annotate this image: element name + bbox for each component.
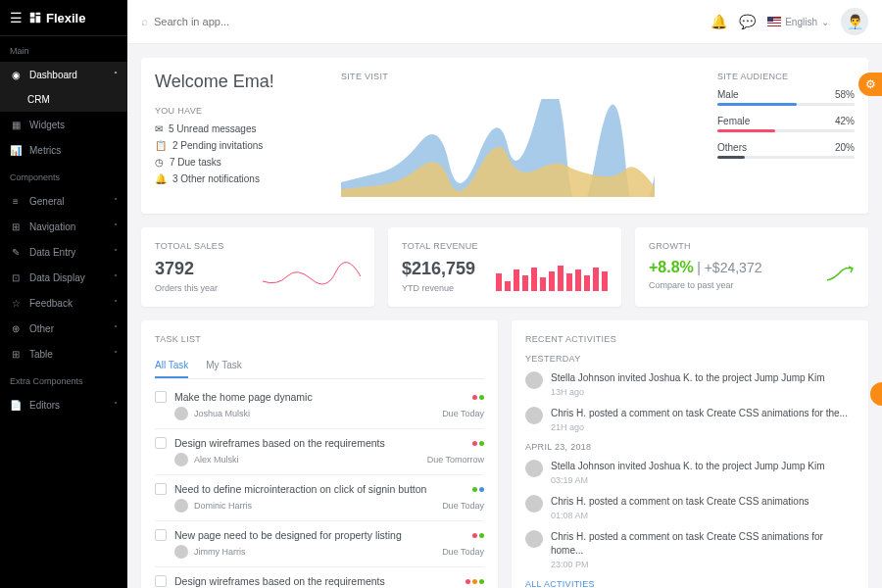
- nav-item-data-display[interactable]: ⊡Data Display˅: [0, 265, 127, 290]
- nav-item-general[interactable]: ≡General˅: [0, 188, 127, 214]
- chevron-down-icon: ⌄: [821, 17, 829, 27]
- activities-title: RECENT ACTIVITIES: [525, 334, 855, 344]
- menu-toggle-icon[interactable]: ☰: [10, 10, 23, 25]
- kpi-revenue-sub: YTD revenue: [402, 283, 475, 293]
- nav-item-editors[interactable]: 📄Editors˅: [0, 392, 127, 417]
- mail-icon: ✉: [155, 123, 163, 134]
- site-visit-chart: [341, 99, 655, 197]
- task-tags: [466, 579, 484, 584]
- activity-text: Stella Johnson invited Joshua K. to the …: [551, 371, 825, 385]
- kpi-revenue: TOTAL REVENUE $216,759 YTD revenue: [388, 227, 621, 307]
- activity-avatar: [525, 371, 543, 389]
- nav-label: Widgets: [29, 120, 65, 130]
- stat-line: 📋2 Pending invitations: [155, 140, 321, 151]
- nav-item-navigation[interactable]: ⊞Navigation˅: [0, 214, 127, 239]
- chat-icon[interactable]: 💬: [739, 14, 756, 29]
- logo[interactable]: Flexile: [28, 11, 85, 25]
- nav-item-dashboard[interactable]: ◉Dashboard˄: [0, 62, 127, 87]
- kpi-sales-label: TOTOAL SALES: [155, 241, 361, 251]
- task-user: Joshua Mulski: [194, 409, 436, 418]
- content: Welcome Ema! YOU HAVE ✉5 Unread messages…: [127, 44, 882, 588]
- activity-avatar: [525, 407, 543, 424]
- bell-icon: 🔔: [155, 173, 167, 184]
- nav-item-feedback[interactable]: ☆Feedback˅: [0, 290, 127, 316]
- audience-label: Others: [717, 142, 747, 153]
- nav-label: Navigation: [29, 221, 75, 232]
- activity-time: 03:19 AM: [551, 475, 825, 485]
- nav-item-widgets[interactable]: ▦Widgets: [0, 112, 127, 137]
- task-user: Dominic Harris: [194, 501, 436, 511]
- activity-time: 23:00 PM: [551, 560, 855, 569]
- general-icon: ≡: [10, 195, 22, 207]
- task-item: Make the home page dynamicJoshua MulskiD…: [155, 383, 484, 429]
- chevron-down-icon: ˅: [114, 350, 118, 359]
- tab-all-task[interactable]: All Task: [155, 354, 188, 378]
- tab-my-task[interactable]: My Task: [206, 354, 242, 378]
- task-title: Design wireframes based on the requireme…: [174, 437, 465, 449]
- due-icon: ◷: [155, 157, 164, 168]
- task-tags: [472, 441, 484, 446]
- nav-item-table[interactable]: ⊞Table˅: [0, 341, 127, 367]
- task-user: Jimmy Harris: [194, 547, 436, 557]
- task-title: Design wireframes based on the requireme…: [174, 575, 458, 587]
- task-title: Make the home page dynamic: [174, 391, 465, 403]
- kpi-growth: GROWTH +8.8% | +$24,372 Compare to past …: [635, 227, 868, 307]
- activity-avatar: [525, 530, 543, 548]
- stat-text: 2 Pending invitations: [172, 140, 263, 151]
- stat-text: 7 Due tasks: [170, 157, 221, 168]
- nav-label: Feedback: [29, 298, 73, 309]
- kpi-revenue-value: $216,759: [402, 259, 475, 279]
- task-checkbox[interactable]: [155, 575, 167, 587]
- topbar: ⌕ 🔔 💬 English⌄ 👨‍💼: [127, 0, 882, 44]
- nav-item-metrics[interactable]: 📊Metrics: [0, 137, 127, 163]
- audience-row: Others20%: [717, 142, 855, 159]
- site-visit-label: SITE VISIT: [341, 72, 698, 81]
- nav-item-other[interactable]: ⊕Other˅: [0, 316, 127, 341]
- hero-card: Welcome Ema! YOU HAVE ✉5 Unread messages…: [141, 58, 868, 214]
- task-checkbox[interactable]: [155, 483, 167, 495]
- bell-icon[interactable]: 🔔: [710, 14, 727, 29]
- task-due: Due Tomorrow: [427, 455, 484, 465]
- task-avatar: [174, 453, 188, 466]
- activity-avatar: [525, 495, 543, 513]
- stat-line: ✉5 Unread messages: [155, 123, 321, 134]
- activity-text: Chris H. posted a comment on task Create…: [551, 495, 808, 509]
- search-icon[interactable]: ⌕: [141, 15, 148, 28]
- nav-item-data-entry[interactable]: ✎Data Entry˅: [0, 239, 127, 265]
- language-switcher[interactable]: English⌄: [767, 17, 829, 27]
- activity-item: Chris H. posted a comment on task Create…: [525, 530, 855, 569]
- task-checkbox[interactable]: [155, 529, 167, 541]
- growth-arrow-icon: [825, 265, 855, 284]
- user-avatar[interactable]: 👨‍💼: [841, 8, 868, 35]
- activities-card: RECENT ACTIVITIES YESTERDAYStella Johnso…: [512, 320, 868, 588]
- activity-avatar: [525, 460, 543, 477]
- audience-row: Female42%: [717, 116, 855, 132]
- search-input[interactable]: [154, 16, 350, 27]
- activity-group-label: YESTERDAY: [525, 354, 855, 364]
- kpi-revenue-label: TOTAL REVENUE: [402, 241, 608, 251]
- section-label: Main: [0, 36, 127, 62]
- nav-sub-crm[interactable]: CRM: [0, 87, 127, 112]
- task-tags: [472, 533, 484, 538]
- all-activities-link[interactable]: ALL ACTIVITIES: [525, 579, 855, 588]
- task-avatar: [174, 545, 188, 559]
- nav-label: CRM: [27, 94, 50, 105]
- nav-label: Table: [29, 349, 53, 360]
- invite-icon: 📋: [155, 140, 167, 151]
- kpi-sales: TOTOAL SALES 3792 Orders this year: [141, 227, 374, 307]
- chevron-down-icon: ˅: [114, 248, 118, 257]
- widgets-icon: ▦: [10, 119, 22, 130]
- navigation-icon: ⊞: [10, 220, 22, 232]
- task-checkbox[interactable]: [155, 437, 167, 449]
- kpi-growth-label: GROWTH: [649, 241, 855, 251]
- settings-fab[interactable]: ⚙: [858, 73, 882, 96]
- activity-item: Stella Johnson invited Joshua K. to the …: [525, 460, 855, 485]
- task-checkbox[interactable]: [155, 391, 167, 403]
- chevron-down-icon: ˅: [114, 299, 118, 308]
- chevron-down-icon: ˅: [114, 324, 118, 333]
- task-avatar: [174, 499, 188, 513]
- task-tags: [472, 487, 484, 492]
- section-label: Components: [0, 163, 127, 188]
- audience-row: Male58%: [717, 89, 855, 106]
- welcome-title: Welcome Ema!: [155, 72, 321, 92]
